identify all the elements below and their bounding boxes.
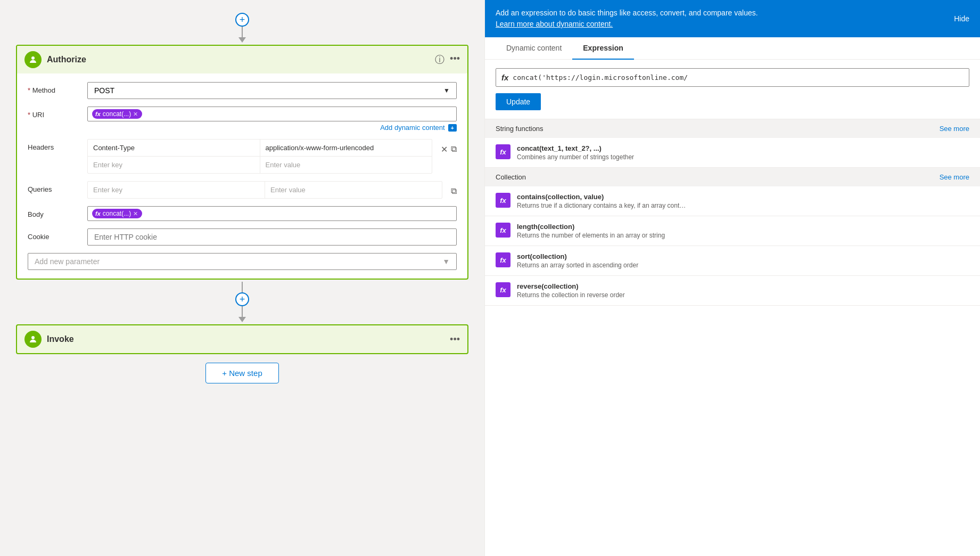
new-step-label: + New step <box>222 369 262 378</box>
uri-token-container[interactable]: fx concat(...) ✕ <box>87 107 457 121</box>
expression-input-row: fx <box>496 68 969 87</box>
invoke-header-actions: ••• <box>450 334 460 345</box>
query-key-input[interactable]: Enter key <box>88 182 265 198</box>
sort-fx-icon: fx <box>496 252 510 267</box>
cookie-row: Cookie <box>28 228 457 246</box>
contains-function-desc: Returns true if a dictionary contains a … <box>517 202 969 209</box>
header-copy-button[interactable]: ⧉ <box>451 144 457 154</box>
fx-icon: fx <box>95 111 101 117</box>
contains-function-name: contains(collection, value) <box>517 193 969 201</box>
sort-function-name: sort(collection) <box>517 252 969 260</box>
info-icon[interactable]: ⓘ <box>435 53 444 66</box>
uri-control: fx concat(...) ✕ Add dynamic content + <box>87 107 457 132</box>
uri-label: URI <box>28 107 81 119</box>
contains-function-info: contains(collection, value) Returns true… <box>517 193 969 209</box>
queries-actions: ⧉ <box>451 181 457 196</box>
cookie-label: Cookie <box>28 228 81 241</box>
reverse-function-name: reverse(collection) <box>517 282 969 290</box>
add-dynamic-content-link[interactable]: Add dynamic content <box>380 124 444 132</box>
body-control: fx concat(...) ✕ <box>87 206 457 221</box>
function-list: String functions See more fx concat(text… <box>485 119 980 556</box>
body-row: Body fx concat(...) ✕ <box>28 206 457 221</box>
length-function-name: length(collection) <box>517 223 969 231</box>
uri-token-close[interactable]: ✕ <box>133 111 138 118</box>
banner-text: Add an expression to do basic things lik… <box>496 9 758 17</box>
header-value-1[interactable]: application/x-www-form-urlencoded <box>260 140 432 156</box>
body-label: Body <box>28 206 81 218</box>
collection-header: Collection See more <box>485 168 980 186</box>
sort-function-item[interactable]: fx sort(collection) Returns an array sor… <box>485 246 980 276</box>
cookie-input[interactable] <box>87 228 457 246</box>
concat-function-name: concat(text_1, text_2?, ...) <box>517 144 969 152</box>
body-token-close[interactable]: ✕ <box>133 210 138 217</box>
reverse-fx-icon: fx <box>496 282 510 297</box>
add-param-dropdown[interactable]: Add new parameter ▼ <box>28 253 457 270</box>
header-value-input[interactable]: Enter value <box>260 157 432 173</box>
query-copy-button[interactable]: ⧉ <box>451 186 457 196</box>
length-function-desc: Returns the number of elements in an arr… <box>517 232 969 239</box>
expression-editor: fx Update <box>485 60 980 119</box>
method-control: POST ▼ <box>87 82 457 99</box>
header-key-1[interactable]: Content-Type <box>88 140 260 156</box>
more-options-icon[interactable]: ••• <box>450 53 460 66</box>
collection-see-more[interactable]: See more <box>940 173 969 181</box>
add-step-middle-button[interactable]: + <box>235 292 249 306</box>
headers-row-1: Content-Type application/x-www-form-urle… <box>88 140 432 157</box>
collection-title: Collection <box>496 173 526 181</box>
uri-token-label: concat(...) <box>103 110 131 118</box>
update-button[interactable]: Update <box>496 93 541 110</box>
contains-fx-icon: fx <box>496 193 510 208</box>
header-key-input[interactable]: Enter key <box>88 157 260 173</box>
headers-actions: ✕ ⧉ <box>441 139 457 154</box>
invoke-title: Invoke <box>47 334 444 344</box>
right-panel-content: Add an expression to do basic things lik… <box>485 0 980 556</box>
plus-icon-mid: + <box>240 294 245 305</box>
invoke-icon <box>24 331 42 348</box>
learn-more-link[interactable]: Learn more about dynamic content. <box>496 20 613 28</box>
invoke-more-options-icon[interactable]: ••• <box>450 334 460 345</box>
headers-table: Content-Type application/x-www-form-urle… <box>87 139 432 174</box>
header-delete-button[interactable]: ✕ <box>441 144 448 154</box>
connector-arrow-top <box>238 37 246 43</box>
authorize-title: Authorize <box>47 55 430 64</box>
reverse-function-info: reverse(collection) Returns the collecti… <box>517 282 969 299</box>
connector-line-mid-bot <box>242 306 243 317</box>
reverse-function-desc: Returns the collection in reverse order <box>517 291 969 299</box>
reverse-function-item[interactable]: fx reverse(collection) Returns the colle… <box>485 276 980 306</box>
string-functions-header: String functions See more <box>485 119 980 138</box>
add-step-top-button[interactable]: + <box>235 13 249 27</box>
body-token-container[interactable]: fx concat(...) ✕ <box>87 206 457 221</box>
length-function-item[interactable]: fx length(collection) Returns the number… <box>485 216 980 246</box>
expression-banner: Add an expression to do basic things lik… <box>485 0 980 37</box>
right-tabs: Dynamic content Expression <box>485 37 980 60</box>
queries-row-1: Enter key Enter value <box>88 182 442 198</box>
headers-row-2: Enter key Enter value <box>88 157 432 173</box>
uri-token: fx concat(...) ✕ <box>92 109 142 119</box>
right-panel: Add an expression to do basic things lik… <box>484 0 980 556</box>
connector-line-top <box>242 27 243 37</box>
body-token: fx concat(...) ✕ <box>92 209 142 218</box>
invoke-card: Invoke ••• <box>16 324 468 354</box>
string-functions-see-more[interactable]: See more <box>940 125 969 133</box>
sort-function-info: sort(collection) Returns an array sorted… <box>517 252 969 269</box>
tab-expression[interactable]: Expression <box>572 37 633 60</box>
contains-function-item[interactable]: fx contains(collection, value) Returns t… <box>485 186 980 216</box>
connector-arrow-mid <box>238 317 246 322</box>
svg-point-0 <box>31 56 35 60</box>
queries-row: Queries Enter key Enter value ⧉ <box>28 181 457 199</box>
left-panel: + Authorize ⓘ ••• Method <box>0 0 484 556</box>
concat-fx-icon: fx <box>496 144 510 159</box>
method-value: POST <box>94 86 114 95</box>
body-token-label: concat(...) <box>103 210 131 217</box>
new-step-button[interactable]: + New step <box>205 363 278 383</box>
method-select[interactable]: POST ▼ <box>87 82 457 99</box>
query-value-input[interactable]: Enter value <box>265 182 442 198</box>
hide-button[interactable]: Hide <box>954 7 969 30</box>
invoke-header: Invoke ••• <box>17 325 467 353</box>
sort-function-desc: Returns an array sorted in ascending ord… <box>517 261 969 269</box>
concat-function-info: concat(text_1, text_2?, ...) Combines an… <box>517 144 969 161</box>
expression-input[interactable] <box>513 73 963 81</box>
authorize-icon <box>24 51 42 68</box>
tab-dynamic-content[interactable]: Dynamic content <box>496 37 572 60</box>
concat-function-item[interactable]: fx concat(text_1, text_2?, ...) Combines… <box>485 138 980 168</box>
